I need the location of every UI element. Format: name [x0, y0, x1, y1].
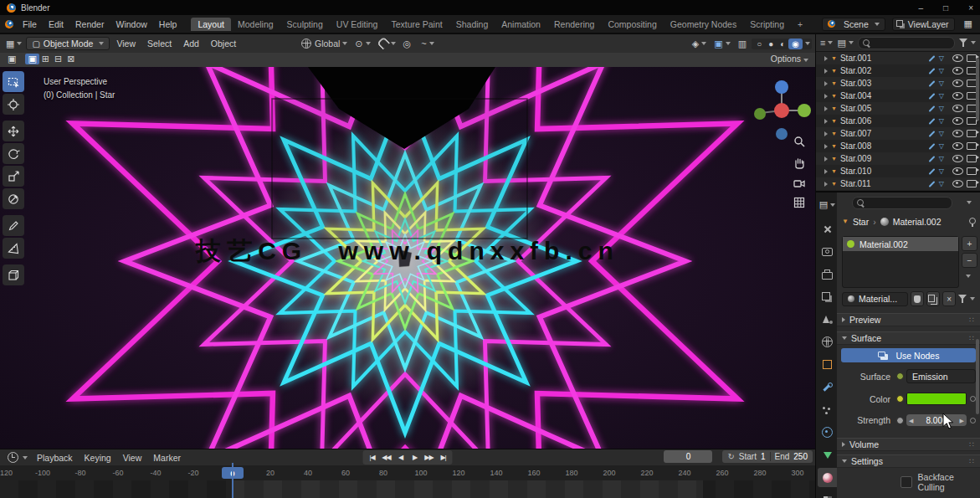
- options-dropdown[interactable]: Options: [771, 54, 808, 64]
- hide-viewport-toggle[interactable]: [952, 167, 963, 177]
- tool-select-box[interactable]: [3, 71, 24, 92]
- workspace-tab-compositing[interactable]: Compositing: [601, 18, 663, 31]
- show-gizmo-toggle[interactable]: ◈: [690, 39, 709, 49]
- pan-view-button[interactable]: [790, 153, 808, 172]
- expand-arrow-icon[interactable]: [824, 157, 828, 162]
- timeline-editor-type-button[interactable]: [3, 452, 30, 463]
- menu-file[interactable]: File: [17, 18, 43, 31]
- hide-viewport-toggle[interactable]: [952, 141, 963, 151]
- animate-decorator-icon[interactable]: [970, 396, 976, 402]
- outliner-row[interactable]: ▼Star.007▽: [816, 127, 980, 140]
- select-mode-intersect-button[interactable]: ⊠: [64, 54, 77, 64]
- backface-culling-checkbox[interactable]: [900, 476, 912, 488]
- shading-material-button[interactable]: ◐: [777, 39, 788, 49]
- xray-toggle[interactable]: ▥: [736, 39, 749, 49]
- properties-tab-world[interactable]: [818, 332, 837, 352]
- hide-viewport-toggle[interactable]: [952, 104, 963, 114]
- expand-arrow-icon[interactable]: [824, 169, 828, 174]
- expand-arrow-icon[interactable]: [824, 119, 828, 124]
- timeline-ruler[interactable]: -120 -100 -80 -60 -40 -20 20 40 60 80 10…: [0, 465, 815, 481]
- use-nodes-button[interactable]: Use Nodes: [841, 348, 976, 362]
- select-mode-new-button[interactable]: ▣: [25, 54, 38, 64]
- menu-select[interactable]: Select: [142, 37, 177, 50]
- remove-slot-button[interactable]: −: [962, 253, 977, 268]
- close-button[interactable]: ×: [968, 3, 973, 13]
- workspace-tab-modeling[interactable]: Modeling: [231, 18, 280, 31]
- outliner-row[interactable]: ▼Star.001▽: [816, 52, 980, 64]
- 3d-viewport[interactable]: User Perspective (0) Collection | Star 技…: [0, 67, 815, 449]
- properties-scrollbar[interactable]: [976, 339, 979, 414]
- outliner-row[interactable]: ▼Star.002▽: [816, 64, 980, 77]
- menu-keying[interactable]: Keying: [80, 451, 116, 465]
- outliner-row[interactable]: ▼Star.005▽: [816, 102, 980, 115]
- tool-annotate[interactable]: [3, 215, 24, 236]
- workspace-tab-animation[interactable]: Animation: [495, 18, 547, 31]
- outliner-search-input[interactable]: [858, 37, 955, 49]
- expand-arrow-icon[interactable]: [824, 106, 828, 111]
- outliner-row[interactable]: ▼Star.003▽: [816, 77, 980, 90]
- menu-edit[interactable]: Edit: [43, 18, 69, 31]
- tool-add-cube[interactable]: [3, 264, 24, 285]
- properties-tab-data[interactable]: [818, 445, 837, 465]
- tool-measure[interactable]: [3, 238, 24, 259]
- slot-specials-menu[interactable]: [966, 275, 971, 278]
- shading-wireframe-button[interactable]: ○: [753, 39, 765, 49]
- properties-search-input[interactable]: [852, 197, 952, 209]
- axis-y-handle[interactable]: [774, 103, 789, 118]
- outliner-row[interactable]: ▼Star.006▽: [816, 115, 980, 127]
- outliner-row[interactable]: ▼Star.009▽: [816, 152, 980, 165]
- grid-icon[interactable]: ▦: [962, 18, 975, 29]
- mode-selector[interactable]: ▢ Object Mode: [26, 37, 110, 50]
- strength-slider[interactable]: ◀ 8.000 ▶: [906, 414, 967, 426]
- outliner-filter-button[interactable]: [959, 39, 976, 47]
- transform-orientation-selector[interactable]: Global: [301, 39, 347, 49]
- disable-render-toggle[interactable]: [967, 129, 977, 139]
- unlink-material-button[interactable]: ×: [942, 291, 956, 306]
- material-slot-list[interactable]: Material.002: [842, 236, 959, 288]
- play-reverse-button[interactable]: ◀: [394, 451, 408, 464]
- workspace-tab-uv-editing[interactable]: UV Editing: [330, 18, 385, 31]
- current-frame-field[interactable]: 0: [664, 450, 712, 463]
- zoom-view-button[interactable]: [790, 132, 808, 151]
- hide-viewport-toggle[interactable]: [952, 116, 963, 126]
- properties-tab-particles[interactable]: [818, 400, 837, 419]
- expand-arrow-icon[interactable]: [824, 81, 828, 86]
- editor-type-icon[interactable]: ▦: [3, 39, 24, 49]
- axis-z-neg-handle[interactable]: [776, 128, 788, 140]
- filter-button[interactable]: [958, 295, 975, 303]
- outliner-editor-type-button[interactable]: ≡: [820, 38, 833, 48]
- breadcrumb-data[interactable]: Material.002: [893, 217, 942, 227]
- shading-rendered-button[interactable]: ◉: [788, 39, 803, 49]
- display-mode-button[interactable]: ▤: [837, 38, 853, 49]
- hide-viewport-toggle[interactable]: [952, 129, 963, 139]
- hide-viewport-toggle[interactable]: [952, 91, 963, 101]
- expand-arrow-icon[interactable]: [824, 56, 828, 61]
- add-slot-button[interactable]: +: [962, 236, 977, 251]
- panel-volume[interactable]: Volume ∷: [837, 438, 980, 451]
- properties-tab-texture[interactable]: [818, 490, 837, 498]
- select-mode-extend-button[interactable]: ⊞: [39, 54, 52, 64]
- minimize-button[interactable]: –: [919, 3, 924, 13]
- properties-tab-object[interactable]: [818, 355, 837, 374]
- play-button[interactable]: ▶: [408, 451, 422, 464]
- jump-to-end-button[interactable]: ▶|: [437, 451, 450, 464]
- panel-preview[interactable]: Preview ∷: [837, 313, 980, 326]
- view-layer-selector[interactable]: ViewLayer: [892, 18, 955, 31]
- outliner-row[interactable]: ▼Star.008▽: [816, 140, 980, 152]
- properties-tab-render[interactable]: [818, 242, 837, 261]
- proportional-falloff-selector[interactable]: ~: [418, 39, 436, 49]
- material-datablock-selector[interactable]: Material...: [842, 292, 908, 306]
- properties-editor-type-button[interactable]: ▤: [818, 195, 837, 214]
- properties-tab-tool[interactable]: [818, 219, 837, 239]
- expand-arrow-icon[interactable]: [824, 69, 828, 74]
- add-workspace-button[interactable]: +: [791, 18, 809, 31]
- disable-render-toggle[interactable]: [967, 154, 977, 164]
- panel-settings[interactable]: Settings ∷: [837, 454, 980, 468]
- shading-solid-button[interactable]: ●: [765, 39, 777, 49]
- color-swatch[interactable]: [906, 393, 967, 405]
- workspace-tab-layout[interactable]: Layout: [191, 18, 231, 31]
- workspace-tab-geometry-nodes[interactable]: Geometry Nodes: [664, 18, 743, 31]
- menu-window[interactable]: Window: [110, 18, 152, 31]
- disable-render-toggle[interactable]: [967, 179, 977, 189]
- hide-viewport-toggle[interactable]: [952, 154, 963, 164]
